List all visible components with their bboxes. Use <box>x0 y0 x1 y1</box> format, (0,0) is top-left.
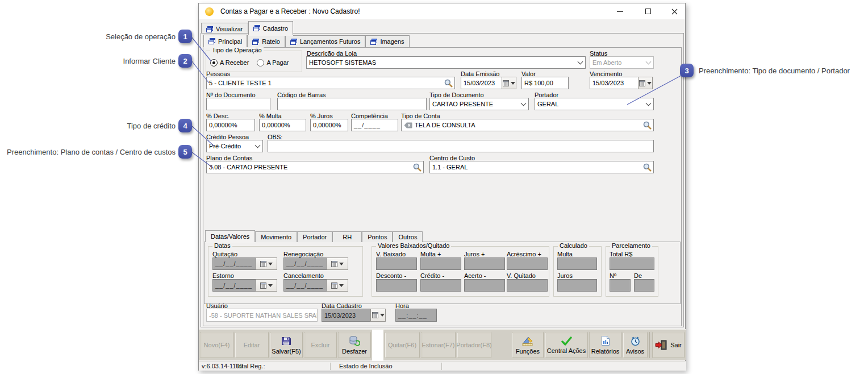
relatorios-button[interactable]: Relatórios <box>589 332 621 358</box>
portador-combo[interactable]: GERAL <box>535 98 654 110</box>
callout-text-4: Tipo de crédito <box>0 122 176 130</box>
total-reg-text: Total Reg.: <box>235 363 265 369</box>
desconto-label: Desconto - <box>376 272 406 279</box>
plano-contas-field[interactable]: 3.08 - CARTAO PRESENTE <box>206 161 424 173</box>
centro-custo-value: 1.1 - GERAL <box>432 164 468 171</box>
tab-label: Portador <box>303 234 327 240</box>
perc-desc-field[interactable]: 0,00000% <box>206 119 255 131</box>
window-stack-icon <box>208 38 215 44</box>
search-icon[interactable] <box>412 163 422 172</box>
window-stack-icon <box>206 26 213 32</box>
desfazer-button[interactable]: Desfazer <box>338 332 371 358</box>
vencimento-datepicker-button[interactable] <box>638 77 653 89</box>
floppy-disk-icon <box>281 336 291 346</box>
toolbar: Novo(F4) Editar Salvar(F5) Excluir Desfa… <box>199 329 686 360</box>
tab-rateio[interactable]: Rateio <box>247 35 285 47</box>
window-title: Contas a Pagar e a Receber : Novo Cadast… <box>220 7 360 15</box>
tipo-operacao-legend: Tipo de Operação <box>210 47 264 53</box>
date-mask: __/__/____ <box>215 260 252 267</box>
tipo-operacao-group: Tipo de Operação A Receber A Pagar <box>206 51 302 72</box>
button-label: Estonar(F7) <box>422 342 454 348</box>
tab-cadastro[interactable]: Cadastro <box>248 21 294 35</box>
desconto-field <box>376 279 417 292</box>
calc-juros-field <box>557 279 597 292</box>
search-icon[interactable] <box>642 163 652 172</box>
data-cadastro-datepicker-button[interactable] <box>370 309 386 322</box>
data-cadastro-field: 15/03/2023 <box>322 309 371 322</box>
perc-juros-field[interactable]: 0,00000% <box>310 119 348 131</box>
num-documento-field[interactable] <box>206 98 270 110</box>
tab-portador-lower[interactable]: Portador <box>297 231 332 242</box>
obs-field[interactable] <box>268 140 654 152</box>
data-emissao-value: 15/03/2023 <box>464 80 495 86</box>
radio-a-receber[interactable]: A Receber <box>210 59 249 67</box>
tipo-documento-combo[interactable]: CARTAO PRESENTE <box>429 98 529 110</box>
tab-rh[interactable]: RH <box>332 231 362 242</box>
close-button[interactable] <box>665 3 684 19</box>
tab-label: Movimento <box>261 234 291 240</box>
tipo-documento-value: CARTAO PRESENTE <box>432 101 493 107</box>
data-emissao-datepicker-button[interactable] <box>502 77 516 89</box>
tipo-conta-value: TELA DE CONSULTA <box>415 122 475 128</box>
search-icon[interactable] <box>642 120 652 130</box>
tab-datas-valores[interactable]: Datas/Valores <box>205 230 255 242</box>
chevron-down-icon <box>646 101 652 106</box>
callout-text-5: Preenchimento: Plano de contas / Centro … <box>0 148 176 156</box>
exit-door-icon <box>655 340 667 350</box>
central-acoes-button[interactable]: Central Ações <box>545 332 588 358</box>
sair-button[interactable]: Sair <box>652 332 685 358</box>
dropdown-caret-icon <box>511 82 515 85</box>
tab-outros[interactable]: Outros <box>393 231 423 242</box>
tab-principal[interactable]: Principal <box>203 35 247 47</box>
estorno-label: Estorno <box>212 272 234 279</box>
tab-label: Outros <box>398 234 417 240</box>
avisos-button[interactable]: Avisos <box>623 332 648 358</box>
competencia-field[interactable]: __/____ <box>351 119 398 131</box>
quitar-button: Quitar(F6) <box>385 332 420 358</box>
codigo-barras-field[interactable] <box>277 98 427 110</box>
pessoas-field[interactable]: 5 - CLIENTE TESTE 1 <box>206 77 455 89</box>
button-label: Funções <box>516 348 540 355</box>
calc-multa-field <box>557 257 597 270</box>
radio-a-pagar[interactable]: A Pagar <box>257 59 289 67</box>
estonar-button: Estonar(F7) <box>421 332 456 358</box>
window-stack-icon <box>252 39 259 45</box>
search-icon[interactable] <box>444 78 453 88</box>
tab-pontos[interactable]: Pontos <box>362 231 393 242</box>
quitacao-datepicker-button <box>256 257 277 270</box>
perc-multa-value: 0,00000% <box>262 122 290 128</box>
editar-button: Editar <box>235 332 269 358</box>
radio-label: A Pagar <box>266 59 289 66</box>
tab-label: Principal <box>218 38 242 45</box>
perc-multa-field[interactable]: 0,00000% <box>259 119 306 131</box>
parcela-num-label: Nº <box>610 272 616 279</box>
button-label: Relatórios <box>591 348 620 355</box>
button-label: Sair <box>670 342 682 348</box>
salvar-button[interactable]: Salvar(F5) <box>270 332 303 358</box>
descricao-loja-combo[interactable]: HETOSOFT SISTEMAS <box>306 56 586 69</box>
funcoes-button[interactable]: Funções <box>512 332 544 358</box>
callout-badge-3: 3 <box>680 64 694 77</box>
tipo-conta-field[interactable]: TELA DE CONSULTA <box>401 119 654 131</box>
credito-pessoa-value: Pré-Crédito <box>209 143 241 149</box>
tab-movimento[interactable]: Movimento <box>255 231 297 242</box>
maximize-button[interactable] <box>639 3 658 19</box>
minimize-icon <box>617 11 623 12</box>
button-label: Avisos <box>626 348 644 355</box>
callout-badge-2: 2 <box>178 54 192 68</box>
credito-pessoa-combo[interactable]: Pré-Crédito <box>206 140 263 152</box>
valor-field[interactable]: R$ 100,00 <box>521 77 569 89</box>
vencimento-field[interactable]: 15/03/2023 <box>590 77 639 89</box>
app-window: Contas a Pagar e a Receber : Novo Cadast… <box>198 3 686 371</box>
data-emissao-field[interactable]: 15/03/2023 <box>461 77 502 89</box>
database-undo-icon <box>349 336 360 346</box>
tab-imagens[interactable]: Imagens <box>365 35 409 47</box>
clear-icon[interactable] <box>404 122 412 128</box>
callout-badge-1: 1 <box>178 30 192 43</box>
tab-lancamentos-futuros[interactable]: Lançamentos Futuros <box>285 35 365 47</box>
minimize-button[interactable] <box>610 3 629 19</box>
excluir-button: Excluir <box>304 332 337 358</box>
centro-custo-field[interactable]: 1.1 - GERAL <box>429 161 654 173</box>
callout-badge-4: 4 <box>178 119 192 132</box>
tab-label: RH <box>343 234 352 240</box>
